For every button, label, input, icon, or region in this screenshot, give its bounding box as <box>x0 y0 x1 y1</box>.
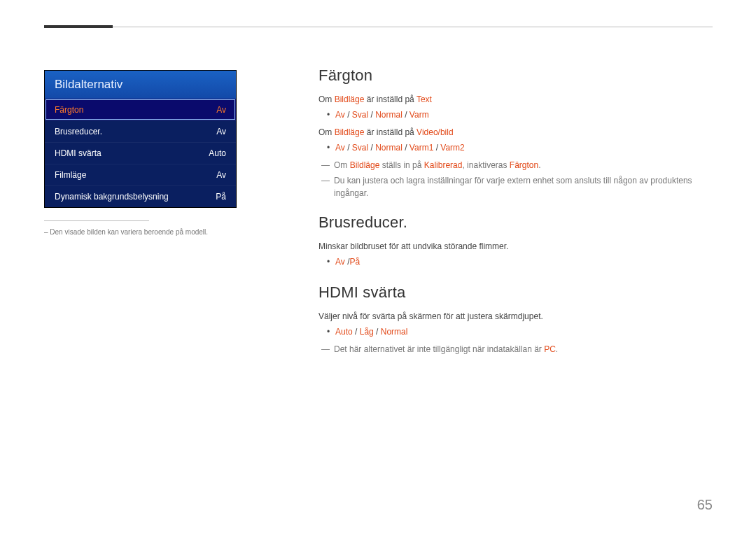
term-bildlage: Bildläge <box>335 127 365 137</box>
menu-item-label: Dynamisk bakgrundsbelysning <box>55 192 169 202</box>
menu-item-label: Brusreducer. <box>55 127 102 136</box>
hdmi-desc: Väljer nivå för svärta på skärmen för at… <box>318 310 710 323</box>
heading-fargton: Färgton <box>318 66 710 85</box>
menu-item-brusreducer[interactable]: Brusreducer. Av <box>45 120 236 142</box>
heading-brusreducer: Brusreducer. <box>318 213 710 232</box>
menu-item-dynamisk-bakgrund[interactable]: Dynamisk bakgrundsbelysning På <box>45 185 236 207</box>
menu-item-value: Auto <box>209 148 226 158</box>
menu-item-value: Av <box>216 170 226 180</box>
hdmi-note: Det här alternativet är inte tillgänglig… <box>318 343 710 356</box>
term-video-bild: Video/bild <box>416 127 454 137</box>
menu-item-value: Av <box>216 105 226 115</box>
term-pc: PC <box>544 344 556 354</box>
menu-item-fargton[interactable]: Färgton Av <box>45 99 236 120</box>
fargton-opts2: Av / Sval / Normal / Varm1 / Varm2 <box>318 141 710 155</box>
brus-desc: Minskar bildbruset för att undvika störa… <box>318 240 710 253</box>
term-text: Text <box>416 94 432 104</box>
header-rule-thin <box>44 27 713 27</box>
menu-panel: Bildalternativ Färgton Av Brusreducer. A… <box>44 70 237 208</box>
fargton-note2: Du kan justera och lagra inställningar f… <box>318 174 710 199</box>
menu-item-hdmi-svarta[interactable]: HDMI svärta Auto <box>45 142 236 164</box>
fargton-note1: Om Bildläge ställs in på Kalibrerad, ina… <box>318 159 710 171</box>
menu-item-label: Filmläge <box>55 170 86 180</box>
page-number: 65 <box>697 497 713 513</box>
fargton-opts1: Av / Sval / Normal / Varm <box>318 108 710 122</box>
menu-item-filmlage[interactable]: Filmläge Av <box>45 164 236 185</box>
term-bildlage: Bildläge <box>335 94 365 104</box>
fargton-line1: Om Bildläge är inställd på Text <box>318 93 710 106</box>
footnote-rule <box>44 220 149 221</box>
fargton-line2: Om Bildläge är inställd på Video/bild <box>318 126 710 139</box>
menu-title: Bildalternativ <box>45 71 236 99</box>
hdmi-opts: Auto / Låg / Normal <box>318 325 710 339</box>
menu-item-label: Färgton <box>55 105 83 115</box>
menu-item-label: HDMI svärta <box>55 148 102 158</box>
brus-opts: Av /På <box>318 255 710 269</box>
menu-item-value: På <box>216 192 226 202</box>
footnote-text: – Den visade bilden kan variera beroende… <box>44 228 237 236</box>
heading-hdmi-svarta: HDMI svärta <box>318 283 710 302</box>
content-column: Färgton Om Bildläge är inställd på Text … <box>318 66 710 358</box>
header-rule <box>44 27 713 28</box>
menu-item-value: Av <box>216 127 226 136</box>
header-rule-bold <box>44 25 113 28</box>
